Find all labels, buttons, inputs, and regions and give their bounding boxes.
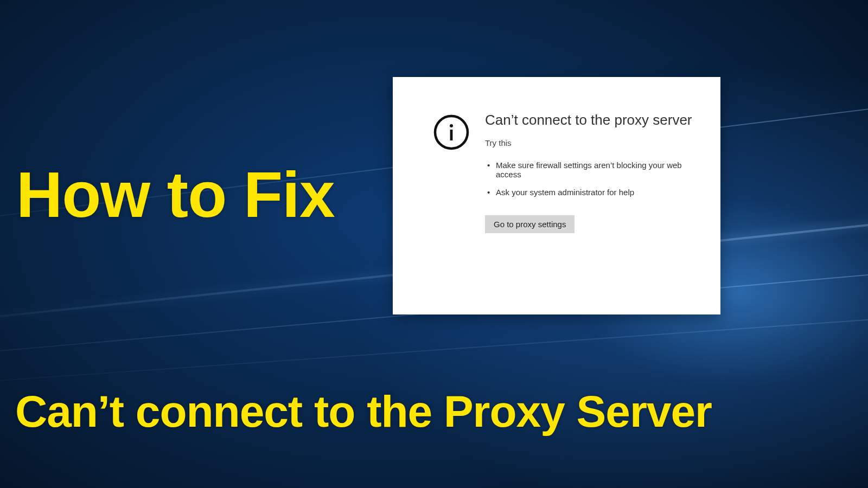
- go-to-proxy-settings-button[interactable]: Go to proxy settings: [485, 215, 575, 233]
- error-body: Can’t connect to the proxy server Try th…: [485, 112, 699, 293]
- tutorial-thumbnail: How to Fix Can’t connect to the Proxy Se…: [0, 0, 868, 488]
- error-dialog: Can’t connect to the proxy server Try th…: [393, 77, 720, 314]
- list-item: Ask your system administrator for help: [485, 188, 699, 197]
- error-title: Can’t connect to the proxy server: [485, 112, 699, 129]
- headline-bottom: Can’t connect to the Proxy Server: [15, 389, 712, 434]
- error-subtitle: Try this: [485, 138, 699, 147]
- headline-top: How to Fix: [16, 163, 335, 227]
- svg-point-1: [450, 124, 453, 127]
- list-item: Make sure firewall settings aren’t block…: [485, 160, 699, 179]
- svg-rect-2: [450, 130, 453, 140]
- info-icon: [433, 114, 470, 293]
- error-suggestion-list: Make sure firewall settings aren’t block…: [485, 160, 699, 197]
